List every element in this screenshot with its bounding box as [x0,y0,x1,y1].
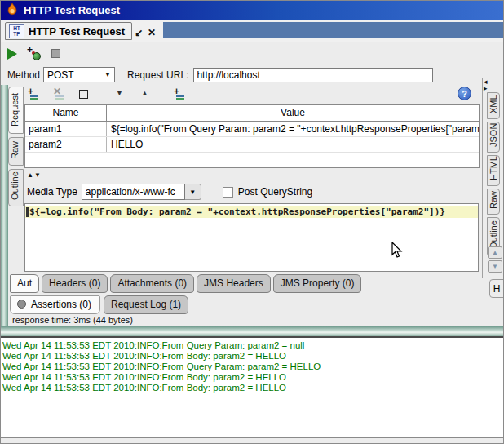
submit-request-button[interactable] [7,48,17,60]
doc-tab-label: HTTP Test Request [29,25,125,38]
params-table: Name Value param1 ${=log.info("From Quer… [24,104,480,168]
log-line: Wed Apr 14 11:53:53 EDT 2010:INFO:From B… [2,383,504,393]
clear-params-button[interactable] [78,88,92,101]
media-type-row: Media Type application/x-www-fc ▼ Post Q… [24,180,480,203]
sort-down-icon[interactable]: ▼ [34,171,41,179]
table-row[interactable]: param2 HELLO [25,137,479,153]
log-line: Wed Apr 14 11:53:53 EDT 2010:INFO:From Q… [2,362,504,372]
body-editor-line: ${=log.info("From Body: param2 = "+conte… [25,206,478,218]
media-type-select[interactable]: application/x-www-fc ▼ [82,184,201,200]
log-line: Wed Apr 14 11:53:53 EDT 2010:INFO:From B… [2,351,504,362]
tab-auth[interactable]: Aut [10,274,39,293]
doc-tab-http-test-request[interactable]: HT TP HTTP Test Request [5,22,132,40]
request-url-input[interactable] [193,68,433,82]
add-param-button[interactable]: + [28,88,42,101]
move-param-down-button[interactable]: ▼ [113,88,127,101]
move-param-up-button[interactable]: ▲ [139,88,153,101]
tab-headers[interactable]: Headers (0) [42,274,108,293]
assertion-status-icon [17,300,26,309]
request-view-tabs: Request Raw Outline [8,87,24,278]
http-method-icon: HT TP [9,24,24,38]
tab-html[interactable]: HTML [487,155,500,186]
cancel-request-button[interactable] [51,49,60,58]
post-querystring-checkbox[interactable] [223,187,233,198]
tab-xml[interactable]: XML [487,92,500,119]
request-detail-tabs: Aut Headers (0) Attachments (0) JMS Head… [10,273,481,294]
method-url-row: Method POST ▼ Request URL: [0,64,504,85]
request-editor-panel: + ✕ ▼ ▲ + ? Name Value param1 ${=log.inf… [24,85,481,273]
post-querystring-label: Post QueryString [238,186,312,198]
tab-raw-left[interactable]: Raw [8,137,24,166]
close-icon[interactable]: ✕ [145,22,158,42]
param-value-cell[interactable]: HELLO [107,137,479,152]
tab-headers-collapsed[interactable]: H [489,279,504,298]
method-select[interactable]: POST ▼ [43,67,115,82]
tab-assertions[interactable]: Assertions (0) [10,295,100,314]
tab-jms-property[interactable]: JMS Property (0) [273,274,362,293]
response-view-strip: ◂ ▸ XML JSON HTML Raw Outline ▲ ▼ [482,78,504,278]
request-body-editor[interactable]: ${=log.info("From Body: param2 = "+conte… [24,203,479,272]
media-type-label: Media Type [27,186,77,198]
undock-icon[interactable]: ↙ [132,22,145,42]
mouse-cursor [391,242,403,260]
remove-param-button[interactable]: ✕ [53,88,67,101]
window-border-bottom [0,326,504,336]
soapui-flame-icon [6,2,19,18]
request-toolbar: + [0,42,504,64]
add-to-testcase-button[interactable]: + [27,47,42,60]
tab-request-log[interactable]: Request Log (1) [104,295,188,314]
media-type-value: application/x-www-fc [82,184,185,200]
help-icon[interactable]: ? [458,87,471,100]
tab-jms-headers[interactable]: JMS Headers [197,274,271,293]
method-label: Method [7,69,40,81]
log-line: Wed Apr 14 11:53:53 EDT 2010:INFO:From Q… [2,340,504,351]
window-title: HTTP Test Request [24,4,120,16]
param-name-cell[interactable]: param2 [25,137,107,152]
param-name-cell[interactable]: param1 [25,122,107,136]
bottom-strip [0,438,504,444]
chevron-down-icon: ▼ [101,71,114,78]
tab-outline-left[interactable]: Outline [8,169,24,206]
tab-raw-right[interactable]: Raw [487,189,500,215]
status-bar: response time: 3ms (44 bytes) [8,315,497,326]
col-name-header: Name [25,105,107,121]
update-params-button[interactable]: + [174,88,188,101]
params-toolbar: + ✕ ▼ ▲ + ? [24,85,481,104]
chevron-down-icon[interactable]: ▼ [185,184,201,200]
scroll-down-icon[interactable]: ▼ [488,260,502,273]
params-table-header: Name Value [25,105,479,122]
splitter-collapse-handle[interactable]: ◂ ▸ [484,78,488,91]
tabstrip-filler [163,22,504,38]
method-value: POST [47,69,74,81]
request-url-label: Request URL: [127,69,188,81]
text-caret [26,207,29,217]
body-text: ${=log.info("From Body: param2 = "+conte… [29,206,445,217]
param-sort-controls: ▲ ▼ [24,170,480,180]
tab-attachments[interactable]: Attachments (0) [110,274,194,293]
chevron-right-icon: ▸ [484,85,488,91]
tab-request[interactable]: Request [8,87,24,134]
sort-up-icon[interactable]: ▲ [27,171,33,179]
assertions-log-tabs: Assertions (0) Request Log (1) [10,294,481,315]
col-value-header: Value [107,105,479,121]
scroll-up-icon[interactable]: ▲ [488,246,502,259]
log-line: Wed Apr 14 11:53:53 EDT 2010:INFO:From B… [2,372,504,383]
document-tabstrip: HT TP HTTP Test Request ↙ ✕ [0,20,504,42]
window-titlebar[interactable]: HTTP Test Request [0,0,504,20]
table-row[interactable]: param1 ${=log.info("From Query Param: pa… [25,122,479,137]
log-panel[interactable]: Wed Apr 14 11:53:53 EDT 2010:INFO:From Q… [0,336,504,438]
tab-json[interactable]: JSON [487,122,500,153]
param-value-cell[interactable]: ${=log.info("From Query Param: param2 = … [107,122,479,136]
window-border-left [0,85,8,326]
